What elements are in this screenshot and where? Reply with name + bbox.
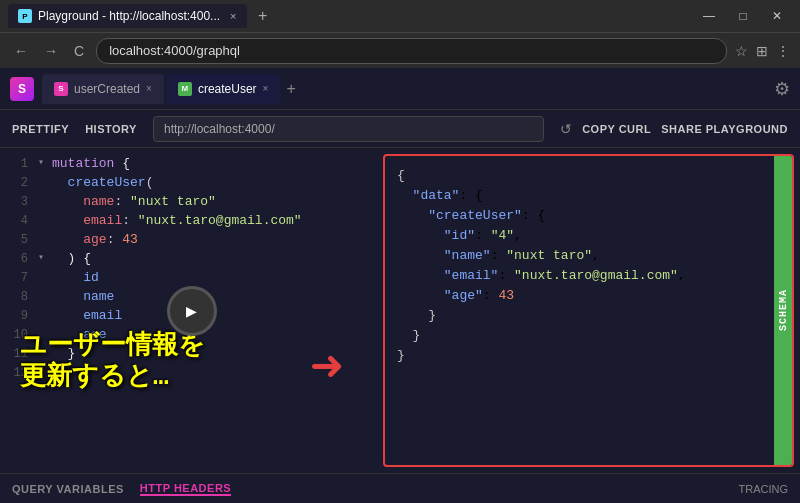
right-arrow: ➜ xyxy=(310,343,343,398)
tracing-button[interactable]: TRACING xyxy=(739,483,789,495)
execute-query-button[interactable]: ▶ xyxy=(167,286,217,336)
result-line-2: "data": { xyxy=(397,186,780,206)
menu-icon[interactable]: ⋮ xyxy=(776,43,790,59)
result-panel: { "data": { "createUser": { "id": "4", "… xyxy=(383,154,794,467)
maximize-button[interactable]: □ xyxy=(728,4,758,28)
result-line-6: "email": "nuxt.taro@gmail.com", xyxy=(397,266,780,286)
tab-close-createUser[interactable]: × xyxy=(263,83,269,94)
playground-logo: S xyxy=(10,77,34,101)
tab-close-userCreated[interactable]: × xyxy=(146,83,152,94)
playground-header: S S userCreated × M createUser × + ⚙ xyxy=(0,68,800,110)
line-number-4: 4 xyxy=(4,213,28,228)
result-line-1: { xyxy=(397,166,780,186)
endpoint-url-input[interactable] xyxy=(153,116,544,142)
result-line-8: } xyxy=(397,306,780,326)
extensions-icon[interactable]: ⊞ xyxy=(756,43,768,59)
line-number-9: 9 xyxy=(4,308,28,323)
add-tab-button[interactable]: + xyxy=(282,80,299,98)
annotation-area: ユーザー情報を 更新すると… xyxy=(20,331,205,393)
pg-tab-createUser[interactable]: M createUser × xyxy=(166,74,281,104)
result-line-7: "age": 43 xyxy=(397,286,780,306)
fold-arrow-6: ▾ xyxy=(38,251,48,263)
line-number-5: 5 xyxy=(4,232,28,247)
tab-favicon-createUser: M xyxy=(178,82,192,96)
code-line-2: 2 createUser( xyxy=(0,175,383,194)
tab-label-createUser: createUser xyxy=(198,82,257,96)
browser-title-bar: P Playground - http://localhost:400... ×… xyxy=(0,0,800,32)
toolbar-right: ↺ COPY CURL SHARE PLAYGROUND xyxy=(560,121,788,137)
code-line-6: 6 ▾ ) { xyxy=(0,251,383,270)
result-line-3: "createUser": { xyxy=(397,206,780,226)
line-number-7: 7 xyxy=(4,270,28,285)
code-line-5: 5 age: 43 xyxy=(0,232,383,251)
tab-label-userCreated: userCreated xyxy=(74,82,140,96)
code-line-4: 4 email: "nuxt.taro@gmail.com" xyxy=(0,213,383,232)
prettify-button[interactable]: PRETTIFY xyxy=(12,123,69,135)
http-headers-button[interactable]: HTTP HEADERS xyxy=(140,482,231,496)
line-number-8: 8 xyxy=(4,289,28,304)
schema-tab[interactable]: SCHEMA xyxy=(774,156,792,465)
schema-tab-label: SCHEMA xyxy=(778,289,789,331)
result-line-10: } xyxy=(397,346,780,366)
share-playground-button[interactable]: SHARE PLAYGROUND xyxy=(661,123,788,135)
window-controls: — □ ✕ xyxy=(694,4,792,28)
settings-icon[interactable]: ⚙ xyxy=(774,78,790,100)
line-number-6: 6 xyxy=(4,251,28,266)
playground: S S userCreated × M createUser × + ⚙ PRE… xyxy=(0,68,800,503)
address-bar-icons: ☆ ⊞ ⋮ xyxy=(735,43,790,59)
tab-title: Playground - http://localhost:400... xyxy=(38,9,220,23)
refresh-button[interactable]: C xyxy=(70,41,88,61)
japanese-text-line2: 更新すると… xyxy=(20,362,205,393)
result-line-4: "id": "4", xyxy=(397,226,780,246)
pg-tab-userCreated[interactable]: S userCreated × xyxy=(42,74,164,104)
tab-close-icon[interactable]: × xyxy=(230,10,236,22)
close-button[interactable]: ✕ xyxy=(762,4,792,28)
play-button-container: ▶ xyxy=(167,286,217,336)
fold-arrow-1: ▾ xyxy=(38,156,48,168)
address-input[interactable] xyxy=(96,38,727,64)
undo-button[interactable]: ↺ xyxy=(560,121,572,137)
code-line-3: 3 name: "nuxt taro" xyxy=(0,194,383,213)
code-line-1: 1 ▾ mutation { xyxy=(0,156,383,175)
back-button[interactable]: ← xyxy=(10,41,32,61)
browser-tab-active[interactable]: P Playground - http://localhost:400... × xyxy=(8,4,247,28)
bookmark-icon[interactable]: ☆ xyxy=(735,43,748,59)
line-number-1: 1 xyxy=(4,156,28,171)
address-bar: ← → C ☆ ⊞ ⋮ xyxy=(0,32,800,68)
tab-favicon: P xyxy=(18,9,32,23)
line-number-3: 3 xyxy=(4,194,28,209)
query-variables-button[interactable]: QUERY VARIABLES xyxy=(12,483,124,495)
forward-button[interactable]: → xyxy=(40,41,62,61)
editor-area: 1 ▾ mutation { 2 createUser( 3 name: "nu… xyxy=(0,148,800,473)
playground-tabs: S userCreated × M createUser × + xyxy=(42,74,300,104)
new-tab-button[interactable]: + xyxy=(253,6,273,26)
query-panel[interactable]: 1 ▾ mutation { 2 createUser( 3 name: "nu… xyxy=(0,148,383,473)
tab-favicon-userCreated: S xyxy=(54,82,68,96)
result-line-5: "name": "nuxt taro", xyxy=(397,246,780,266)
copy-curl-button[interactable]: COPY CURL xyxy=(582,123,651,135)
result-line-9: } xyxy=(397,326,780,346)
history-button[interactable]: HISTORY xyxy=(85,123,137,135)
line-number-2: 2 xyxy=(4,175,28,190)
minimize-button[interactable]: — xyxy=(694,4,724,28)
bottom-bar: QUERY VARIABLES HTTP HEADERS TRACING xyxy=(0,473,800,503)
toolbar: PRETTIFY HISTORY ↺ COPY CURL SHARE PLAYG… xyxy=(0,110,800,148)
